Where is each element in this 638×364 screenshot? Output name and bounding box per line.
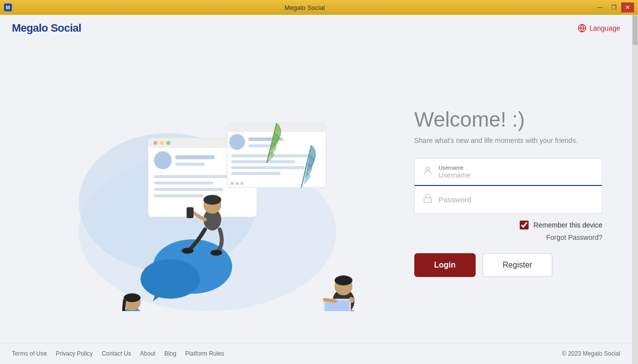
forgot-row: Forgot Password? bbox=[414, 233, 602, 241]
svg-point-8 bbox=[166, 141, 170, 145]
password-input[interactable] bbox=[439, 195, 594, 204]
user-icon bbox=[423, 166, 433, 178]
buttons-row: Login Register bbox=[414, 253, 602, 277]
login-button[interactable]: Login bbox=[414, 253, 476, 277]
svg-rect-11 bbox=[175, 163, 205, 166]
about-link[interactable]: About bbox=[140, 350, 155, 357]
contact-link[interactable]: Contact Us bbox=[101, 350, 131, 357]
app-logo: Megalo Social bbox=[12, 22, 81, 35]
illustration bbox=[59, 74, 356, 311]
platform-rules-link[interactable]: Platform Rules bbox=[185, 350, 224, 357]
svg-point-36 bbox=[210, 250, 222, 256]
minimize-button[interactable]: — bbox=[593, 2, 606, 12]
options-row: Remember this device bbox=[414, 221, 602, 229]
forgot-password-link[interactable]: Forgot Password? bbox=[546, 233, 602, 241]
svg-rect-13 bbox=[154, 182, 213, 184]
svg-rect-37 bbox=[187, 207, 194, 218]
svg-point-19 bbox=[229, 134, 245, 150]
svg-point-27 bbox=[236, 182, 239, 185]
register-button[interactable]: Register bbox=[483, 253, 553, 277]
app-icon: M bbox=[4, 3, 12, 11]
password-input-container bbox=[414, 186, 602, 214]
username-input[interactable] bbox=[439, 171, 594, 179]
scrollbar-thumb[interactable] bbox=[633, 15, 638, 45]
footer-links: Terms of Use Privacy Policy Contact Us A… bbox=[12, 350, 224, 357]
language-button[interactable]: Language bbox=[578, 24, 620, 33]
remember-checkbox[interactable] bbox=[520, 221, 529, 229]
svg-point-9 bbox=[154, 151, 172, 169]
username-field-wrapper: Username bbox=[439, 165, 594, 179]
svg-rect-24 bbox=[231, 166, 305, 169]
page-body: Welcome! :) Share what's new and life mo… bbox=[0, 42, 632, 343]
remember-label: Remember this device bbox=[534, 221, 602, 229]
svg-rect-15 bbox=[154, 194, 203, 197]
content-wrapper: Megalo Social Language bbox=[0, 15, 638, 364]
illustration-area bbox=[0, 42, 394, 343]
svg-point-28 bbox=[241, 182, 244, 185]
welcome-subtitle: Share what's new and life moments with y… bbox=[414, 136, 602, 144]
svg-rect-21 bbox=[248, 144, 273, 147]
restore-button[interactable]: ❐ bbox=[607, 2, 620, 12]
app-footer: Terms of Use Privacy Policy Contact Us A… bbox=[0, 343, 632, 364]
login-area: Welcome! :) Share what's new and life mo… bbox=[394, 42, 632, 343]
scrollbar[interactable] bbox=[632, 15, 638, 364]
svg-rect-10 bbox=[175, 155, 215, 159]
app-header: Megalo Social Language bbox=[0, 15, 632, 42]
svg-rect-14 bbox=[154, 188, 223, 191]
username-input-container: Username bbox=[414, 158, 602, 186]
svg-point-48 bbox=[426, 167, 430, 170]
title-bar: M Megalo Social — ❐ ✕ bbox=[0, 0, 638, 15]
svg-point-40 bbox=[124, 293, 141, 302]
language-label: Language bbox=[589, 24, 620, 32]
username-label: Username bbox=[439, 165, 594, 171]
privacy-link[interactable]: Privacy Policy bbox=[56, 350, 93, 357]
terms-link[interactable]: Terms of Use bbox=[12, 350, 47, 357]
svg-rect-23 bbox=[231, 160, 295, 163]
svg-point-26 bbox=[231, 182, 234, 185]
svg-rect-49 bbox=[424, 198, 432, 202]
svg-point-45 bbox=[335, 275, 352, 285]
svg-point-6 bbox=[153, 141, 157, 145]
svg-point-30 bbox=[141, 259, 200, 299]
blog-link[interactable]: Blog bbox=[164, 350, 176, 357]
svg-rect-25 bbox=[231, 172, 281, 175]
welcome-title: Welcome! :) bbox=[414, 108, 602, 132]
svg-point-34 bbox=[203, 195, 221, 205]
lock-icon bbox=[423, 193, 433, 206]
svg-point-7 bbox=[160, 141, 164, 145]
close-button[interactable]: ✕ bbox=[621, 2, 634, 12]
main-content: Megalo Social Language bbox=[0, 15, 632, 364]
svg-rect-12 bbox=[154, 175, 228, 178]
window-controls: — ❐ ✕ bbox=[593, 2, 634, 12]
footer-copyright: © 2023 Megalo Social bbox=[562, 350, 620, 357]
window-title: Megalo Social bbox=[16, 4, 593, 11]
svg-point-35 bbox=[182, 248, 194, 254]
